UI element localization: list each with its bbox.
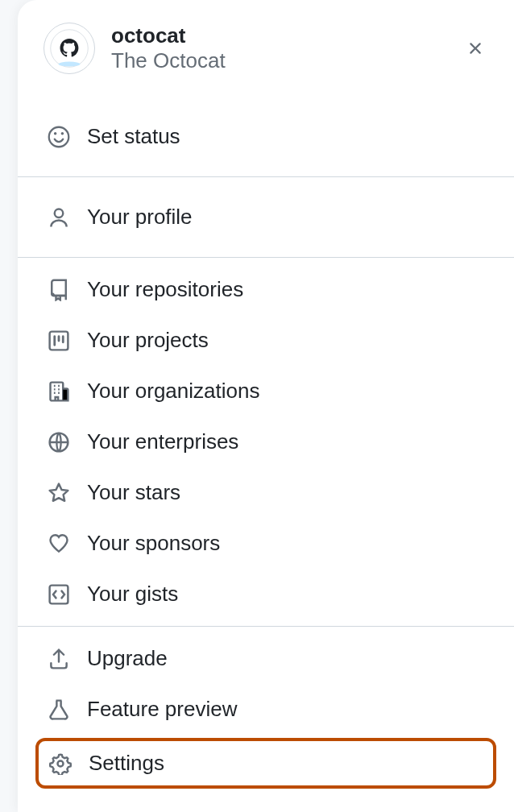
svg-point-0 bbox=[51, 30, 89, 68]
repositories-label: Your repositories bbox=[87, 277, 485, 302]
gists-item[interactable]: Your gists bbox=[18, 569, 514, 619]
heart-icon bbox=[47, 532, 71, 556]
settings-item[interactable]: Settings bbox=[35, 738, 496, 789]
projects-item[interactable]: Your projects bbox=[18, 315, 514, 366]
set-status-item[interactable]: Set status bbox=[18, 111, 514, 162]
svg-point-1 bbox=[59, 62, 81, 67]
projects-label: Your projects bbox=[87, 328, 485, 353]
repo-icon bbox=[47, 278, 71, 302]
beaker-icon bbox=[47, 698, 71, 722]
upload-icon bbox=[47, 647, 71, 671]
stars-label: Your stars bbox=[87, 480, 485, 505]
user-menu-panel: octocat The Octocat Set status Your prof… bbox=[18, 0, 514, 812]
project-icon bbox=[47, 329, 71, 353]
upgrade-label: Upgrade bbox=[87, 646, 485, 671]
person-icon bbox=[47, 205, 71, 230]
settings-label: Settings bbox=[89, 751, 483, 776]
star-icon bbox=[47, 481, 71, 505]
fullname: The Octocat bbox=[111, 48, 446, 73]
your-profile-label: Your profile bbox=[87, 205, 485, 230]
feature-preview-item[interactable]: Feature preview bbox=[18, 684, 514, 735]
close-button[interactable] bbox=[462, 35, 488, 61]
stars-item[interactable]: Your stars bbox=[18, 467, 514, 518]
username: octocat bbox=[111, 23, 446, 48]
organization-icon bbox=[47, 379, 71, 404]
octocat-icon bbox=[50, 29, 89, 68]
user-info: octocat The Octocat bbox=[111, 23, 446, 73]
extras-section: Upgrade Feature preview Settings bbox=[18, 627, 514, 798]
code-square-icon bbox=[47, 582, 71, 607]
close-icon bbox=[466, 39, 485, 58]
avatar[interactable] bbox=[44, 23, 95, 74]
gists-label: Your gists bbox=[87, 582, 485, 607]
feature-preview-label: Feature preview bbox=[87, 697, 485, 722]
set-status-label: Set status bbox=[87, 124, 485, 149]
enterprises-label: Your enterprises bbox=[87, 429, 485, 454]
status-section: Set status bbox=[18, 97, 514, 176]
sponsors-item[interactable]: Your sponsors bbox=[18, 518, 514, 569]
nav-section: Your repositories Your projects Your org… bbox=[18, 258, 514, 626]
enterprises-item[interactable]: Your enterprises bbox=[18, 416, 514, 467]
user-header: octocat The Octocat bbox=[18, 0, 514, 97]
gear-icon bbox=[48, 752, 73, 776]
repositories-item[interactable]: Your repositories bbox=[18, 264, 514, 315]
sponsors-label: Your sponsors bbox=[87, 531, 485, 556]
upgrade-item[interactable]: Upgrade bbox=[18, 633, 514, 684]
smiley-icon bbox=[47, 125, 71, 149]
organizations-label: Your organizations bbox=[87, 379, 485, 404]
organizations-item[interactable]: Your organizations bbox=[18, 366, 514, 416]
svg-point-6 bbox=[58, 760, 64, 766]
your-profile-item[interactable]: Your profile bbox=[18, 192, 514, 242]
profile-section: Your profile bbox=[18, 177, 514, 257]
globe-icon bbox=[47, 430, 71, 454]
